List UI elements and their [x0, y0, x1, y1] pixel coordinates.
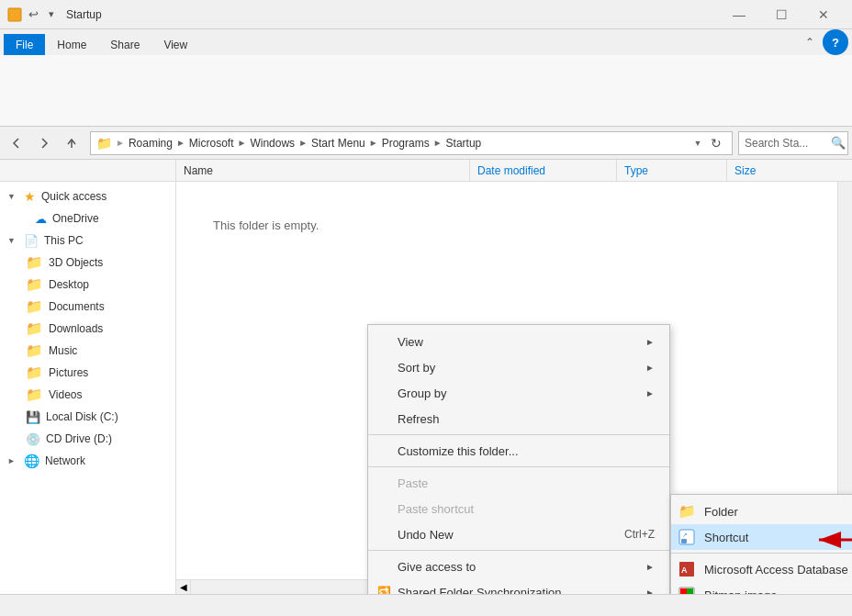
- app-window: ↩ ▾ Startup — ☐ ✕ File Home Share View ⌃…: [0, 0, 852, 616]
- address-programs[interactable]: Programs: [382, 137, 430, 150]
- desktop-folder-icon: 📁: [26, 276, 43, 293]
- menu-item-shared-sync[interactable]: 🔁 Shared Folder Synchronization ►: [368, 579, 669, 594]
- menu-item-refresh[interactable]: Refresh: [368, 406, 669, 431]
- help-button[interactable]: ?: [823, 29, 848, 55]
- svg-rect-0: [8, 8, 21, 21]
- title-bar-icons: ↩ ▾: [7, 7, 59, 22]
- menu-item-paste[interactable]: Paste: [368, 470, 669, 496]
- submenu-item-folder[interactable]: 📁 Folder: [671, 498, 852, 524]
- address-arrow-3: ►: [298, 138, 308, 148]
- menu-item-groupby[interactable]: Group by ►: [368, 380, 669, 406]
- search-input[interactable]: [745, 137, 827, 150]
- close-button[interactable]: ✕: [802, 0, 845, 29]
- menu-label-shared-sync: Shared Folder Synchronization: [398, 586, 562, 595]
- menu-label-groupby: Group by: [398, 386, 446, 400]
- address-bar[interactable]: 📁 ► Roaming ► Microsoft ► Windows ► Star…: [90, 131, 733, 155]
- address-arrow-4: ►: [369, 138, 378, 148]
- sidebar-label-network: Network: [45, 454, 85, 467]
- menu-label-undo: Undo New: [398, 528, 454, 542]
- address-windows[interactable]: Windows: [250, 137, 295, 150]
- address-roaming[interactable]: Roaming: [129, 137, 173, 150]
- sidebar-label-quick-access: Quick access: [41, 190, 106, 203]
- sidebar-label-local-disk: Local Disk (C:): [46, 410, 118, 423]
- svg-text:↗: ↗: [682, 532, 688, 538]
- ribbon-content: [0, 55, 852, 127]
- ribbon-collapse-button[interactable]: ⌃: [797, 29, 823, 55]
- menu-item-give-access[interactable]: Give access to ►: [368, 554, 669, 579]
- sidebar-item-quick-access[interactable]: ▼ ★ Quick access: [0, 185, 175, 207]
- col-header-type[interactable]: Type: [617, 160, 727, 181]
- submenu-label-mdb: Microsoft Access Database: [704, 563, 848, 577]
- sidebar-item-this-pc[interactable]: ▼ 📄 This PC: [0, 230, 175, 252]
- tab-share[interactable]: Share: [98, 34, 151, 55]
- back-button[interactable]: [4, 130, 29, 156]
- menu-label-refresh: Refresh: [398, 412, 440, 426]
- sidebar-item-onedrive[interactable]: ► ☁ OneDrive: [0, 207, 175, 230]
- sidebar-label-documents: Documents: [49, 300, 105, 313]
- search-box[interactable]: 🔍: [738, 131, 848, 155]
- ribbon-tabs: File Home Share View ⌃ ?: [0, 29, 852, 55]
- menu-label-give-access: Give access to: [398, 560, 476, 574]
- sidebar-label-onedrive: OneDrive: [52, 212, 99, 225]
- address-separator: ►: [116, 138, 125, 148]
- tab-file[interactable]: File: [4, 34, 45, 55]
- sidebar-item-network[interactable]: ► 🌐 Network: [0, 450, 175, 472]
- address-arrow-1: ►: [176, 138, 185, 148]
- svg-rect-9: [687, 588, 693, 594]
- minimize-button[interactable]: —: [718, 0, 760, 29]
- 3dobjects-folder-icon: 📁: [26, 254, 43, 271]
- pictures-folder-icon: 📁: [26, 364, 43, 381]
- sidebar-item-videos[interactable]: 📁 Videos: [0, 384, 175, 406]
- sidebar-item-desktop[interactable]: 📁 Desktop: [0, 274, 175, 296]
- col-header-date[interactable]: Date modified: [470, 160, 617, 181]
- sidebar-label-cd-drive: CD Drive (D:): [46, 432, 112, 445]
- menu-item-view[interactable]: View ►: [368, 329, 669, 354]
- quick-access-icon: [7, 7, 22, 22]
- network-icon: 🌐: [24, 454, 39, 468]
- address-dropdown-button[interactable]: ▼: [689, 131, 706, 155]
- menu-item-paste-shortcut[interactable]: Paste shortcut: [368, 496, 669, 521]
- file-content-area: ▼ ★ Quick access ► ☁ OneDrive ▼ 📄 This P…: [0, 182, 852, 594]
- tab-home[interactable]: Home: [45, 34, 98, 55]
- onedrive-icon: ☁: [35, 212, 47, 226]
- sidebar-item-local-disk[interactable]: 💾 Local Disk (C:): [0, 406, 175, 428]
- submenu-label-shortcut: Shortcut: [704, 531, 748, 544]
- submenu-item-bmp[interactable]: Bitmap image: [671, 582, 852, 594]
- sidebar-label-videos: Videos: [49, 388, 82, 401]
- menu-shortcut-undo: Ctrl+Z: [624, 528, 655, 541]
- title-controls: — ☐ ✕: [718, 0, 845, 29]
- sidebar: ▼ ★ Quick access ► ☁ OneDrive ▼ 📄 This P…: [0, 182, 176, 594]
- address-microsoft[interactable]: Microsoft: [189, 137, 234, 150]
- sidebar-item-3dobjects[interactable]: 📁 3D Objects: [0, 252, 175, 274]
- up-button[interactable]: [59, 130, 84, 156]
- sidebar-item-cd-drive[interactable]: 💿 CD Drive (D:): [0, 428, 175, 450]
- sidebar-item-documents[interactable]: 📁 Documents: [0, 296, 175, 318]
- address-startmenu[interactable]: Start Menu: [311, 137, 365, 150]
- sidebar-item-music[interactable]: 📁 Music: [0, 340, 175, 362]
- col-header-size[interactable]: Size: [727, 160, 852, 181]
- downloads-folder-icon: 📁: [26, 320, 43, 337]
- search-icon: 🔍: [831, 136, 846, 150]
- address-startup[interactable]: Startup: [446, 137, 482, 150]
- svg-rect-3: [681, 539, 687, 543]
- col-header-name[interactable]: Name: [176, 160, 470, 181]
- scroll-left-button[interactable]: ◀: [176, 580, 191, 594]
- red-arrow-indicator: [801, 521, 852, 561]
- sidebar-item-downloads[interactable]: 📁 Downloads: [0, 318, 175, 340]
- refresh-button[interactable]: ↻: [706, 131, 726, 155]
- menu-item-undo[interactable]: Undo New Ctrl+Z: [368, 521, 669, 547]
- sidebar-label-desktop: Desktop: [49, 278, 89, 291]
- menu-item-sortby[interactable]: Sort by ►: [368, 354, 669, 380]
- menu-arrow-shared-sync: ►: [645, 588, 655, 595]
- maximize-button[interactable]: ☐: [760, 0, 802, 29]
- forward-button[interactable]: [31, 130, 57, 156]
- sidebar-item-pictures[interactable]: 📁 Pictures: [0, 362, 175, 384]
- tab-view[interactable]: View: [151, 34, 199, 55]
- shared-sync-icon: 🔁: [376, 584, 392, 594]
- nav-bar: 📁 ► Roaming ► Microsoft ► Windows ► Star…: [0, 127, 852, 160]
- quick-access-expand: ▼: [7, 192, 18, 201]
- menu-item-customize[interactable]: Customize this folder...: [368, 438, 669, 464]
- videos-folder-icon: 📁: [26, 386, 43, 403]
- submenu-label-bmp: Bitmap image: [704, 588, 777, 595]
- menu-arrow-view: ►: [645, 337, 655, 347]
